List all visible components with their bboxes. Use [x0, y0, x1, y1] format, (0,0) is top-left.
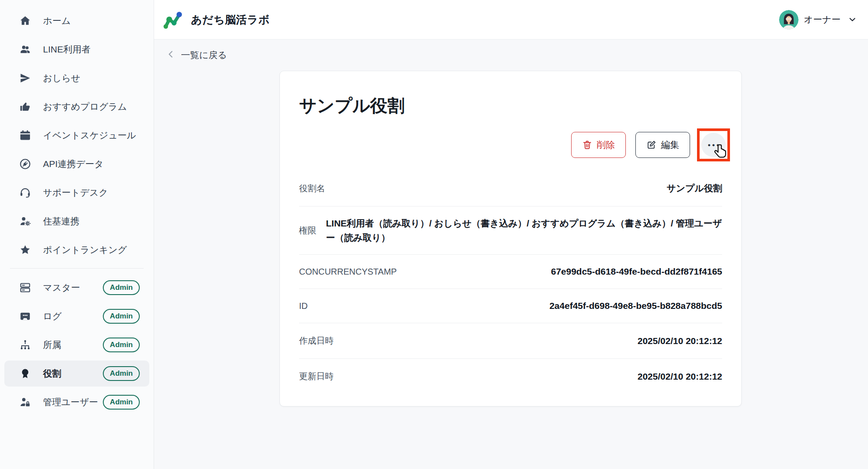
detail-row-permissions: 権限 LINE利用者（読み取り）/ おしらせ（書き込み）/ おすすめプログラム（… [299, 207, 722, 255]
plug-icon [19, 157, 32, 171]
delete-button-label: 削除 [597, 139, 615, 151]
admin-badge: Admin [103, 366, 140, 381]
delete-button[interactable]: 削除 [571, 132, 626, 158]
sidebar-item-api-data[interactable]: API連携データ [4, 151, 149, 177]
edit-icon [646, 140, 657, 150]
log-icon [19, 310, 32, 323]
detail-rows: 役割名 サンプル役割 権限 LINE利用者（読み取り）/ おしらせ（書き込み）/… [299, 171, 722, 394]
back-to-list-link[interactable]: 一覧に戻る [166, 48, 227, 62]
sidebar-item-label: マスター [43, 282, 80, 294]
sidebar-item-home[interactable]: ホーム [4, 8, 149, 34]
sidebar-item-label: API連携データ [43, 158, 104, 170]
sidebar-item-event-schedule[interactable]: イベントスケジュール [4, 122, 149, 148]
user-lock-icon [19, 396, 32, 409]
sidebar-item-affiliation[interactable]: 所属 Admin [4, 332, 149, 358]
award-icon [19, 367, 32, 380]
detail-row-role-name: 役割名 サンプル役割 [299, 171, 722, 207]
home-icon [19, 14, 32, 27]
sidebar-divider [10, 268, 144, 269]
row-value: 2a4ef45f-d698-49e8-be95-b828a788bcd5 [308, 301, 722, 311]
row-value: LINE利用者（読み取り）/ おしらせ（書き込み）/ おすすめプログラム（書き込… [326, 216, 722, 245]
sidebar-item-label: 管理ユーザー [43, 396, 98, 408]
row-label: 作成日時 [299, 335, 334, 347]
main-content: 一覧に戻る サンプル役割 削除 編集 ••• [154, 40, 868, 469]
row-value: サンプル役割 [325, 182, 722, 194]
sidebar-item-label: 所属 [43, 339, 61, 351]
brand-logo-icon [162, 9, 183, 30]
sidebar-item-label: サポートデスク [43, 187, 108, 199]
admin-badge: Admin [103, 280, 140, 295]
sidebar-item-label: おしらせ [43, 72, 80, 84]
sidebar-item-label: LINE利用者 [43, 43, 91, 56]
person-gear-icon [19, 215, 32, 228]
card-actions: 削除 編集 ••• [571, 128, 730, 161]
detail-row-concurrencystamp: CONCURRENCYSTAMP 67e99dc5-d618-49fe-becd… [299, 255, 722, 289]
calendar-icon [19, 129, 32, 142]
row-label: 権限 [299, 225, 316, 236]
chevron-down-icon [846, 15, 857, 24]
app-title: あだち脳活ラボ [191, 13, 270, 27]
page-title: サンプル役割 [299, 94, 722, 118]
row-value: 67e99dc5-d618-49fe-becd-dd2f871f4165 [397, 266, 722, 277]
sidebar-item-point-ranking[interactable]: ポイントランキング [4, 237, 149, 263]
headset-icon [19, 186, 32, 199]
user-role-label: オーナー [804, 13, 841, 26]
back-link-label: 一覧に戻る [181, 49, 227, 61]
sidebar-item-roles[interactable]: 役割 Admin [4, 361, 149, 387]
sidebar-item-admin-users[interactable]: 管理ユーザー Admin [4, 389, 149, 415]
row-label: 役割名 [299, 183, 325, 194]
ellipsis-icon: ••• [706, 141, 721, 149]
sidebar-item-support-desk[interactable]: サポートデスク [4, 180, 149, 206]
row-label: 更新日時 [299, 371, 334, 382]
sidebar-item-log[interactable]: ログ Admin [4, 303, 149, 329]
admin-badge: Admin [103, 338, 140, 352]
row-label: CONCURRENCYSTAMP [299, 267, 397, 277]
edit-button[interactable]: 編集 [635, 132, 690, 158]
user-menu[interactable]: オーナー [779, 10, 857, 30]
sidebar-item-juki-link[interactable]: 住基連携 [4, 208, 149, 234]
sidebar-item-master[interactable]: マスター Admin [4, 275, 149, 301]
admin-badge: Admin [103, 395, 140, 410]
brand: あだち脳活ラボ [162, 9, 270, 30]
thumbs-up-icon [19, 100, 32, 113]
row-label: ID [299, 301, 308, 311]
edit-button-label: 編集 [661, 139, 679, 151]
admin-badge: Admin [103, 309, 140, 324]
chevron-left-icon [166, 49, 176, 61]
sidebar-item-label: ログ [43, 310, 62, 322]
trash-icon [582, 140, 592, 150]
annotation-highlight: ••• [697, 128, 730, 161]
sidebar-item-label: 役割 [43, 367, 61, 380]
detail-row-created-at: 作成日時 2025/02/10 20:12:12 [299, 323, 722, 359]
sidebar-item-recommended-programs[interactable]: おすすめプログラム [4, 94, 149, 120]
app-header: あだち脳活ラボ オーナー [154, 0, 868, 39]
sidebar-item-label: ホーム [43, 15, 71, 27]
row-value: 2025/02/10 20:12:12 [334, 371, 722, 382]
more-options-button[interactable]: ••• [701, 133, 726, 157]
detail-row-updated-at: 更新日時 2025/02/10 20:12:12 [299, 359, 722, 394]
sidebar-item-notices[interactable]: おしらせ [4, 65, 149, 91]
sidebar-item-label: イベントスケジュール [43, 129, 136, 141]
users-icon [19, 43, 32, 56]
sitemap-icon [19, 338, 32, 351]
server-icon [19, 281, 32, 294]
role-detail-card: サンプル役割 削除 編集 ••• 役割名 サンプル [279, 71, 742, 407]
sidebar-item-line-users[interactable]: LINE利用者 [4, 36, 149, 62]
star-icon [19, 243, 32, 256]
sidebar-item-label: おすすめプログラム [43, 101, 127, 113]
sidebar-item-label: 住基連携 [43, 215, 79, 227]
detail-row-id: ID 2a4ef45f-d698-49e8-be95-b828a788bcd5 [299, 289, 722, 323]
sidebar-item-label: ポイントランキング [43, 244, 127, 256]
avatar [779, 10, 799, 30]
row-value: 2025/02/10 20:12:12 [334, 336, 722, 346]
sidebar: ホーム LINE利用者 おしらせ おすすめプログラム イベントスケジュール AP… [0, 0, 154, 469]
paper-plane-icon [19, 72, 32, 85]
